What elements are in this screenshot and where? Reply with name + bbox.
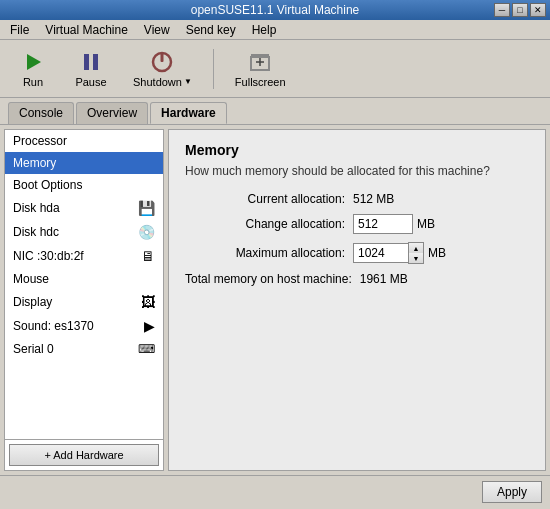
spin-down-button[interactable]: ▼ — [409, 253, 423, 263]
shutdown-dropdown-icon[interactable]: ▼ — [184, 77, 192, 86]
tab-overview[interactable]: Overview — [76, 102, 148, 124]
sidebar-item-memory[interactable]: Memory — [5, 152, 163, 174]
svg-rect-4 — [161, 53, 164, 62]
close-button[interactable]: ✕ — [530, 3, 546, 17]
svg-marker-0 — [27, 54, 41, 70]
sidebar-item-serial[interactable]: Serial 0 ⌨ — [5, 338, 163, 360]
total-memory-label: Total memory on host machine: — [185, 272, 352, 286]
toolbar-separator — [213, 49, 214, 89]
add-hardware-button[interactable]: + Add Hardware — [9, 444, 159, 466]
sidebar-item-display[interactable]: Display 🖼 — [5, 290, 163, 314]
run-icon — [21, 50, 45, 74]
sidebar-label-memory: Memory — [13, 156, 56, 170]
change-allocation-input[interactable] — [353, 214, 413, 234]
svg-rect-2 — [93, 54, 98, 70]
sidebar-item-mouse[interactable]: Mouse — [5, 268, 163, 290]
sidebar-item-processor[interactable]: Processor — [5, 130, 163, 152]
pause-button[interactable]: Pause — [66, 44, 116, 94]
window-controls: ─ □ ✕ — [494, 3, 546, 17]
fullscreen-button[interactable]: Fullscreen — [226, 44, 295, 94]
max-allocation-unit: MB — [428, 246, 446, 260]
spin-up-button[interactable]: ▲ — [409, 243, 423, 253]
spin-buttons: ▲ ▼ — [408, 242, 424, 264]
fullscreen-label: Fullscreen — [235, 76, 286, 88]
change-allocation-unit: MB — [417, 217, 435, 231]
menu-view[interactable]: View — [138, 22, 176, 38]
max-allocation-spinner: ▲ ▼ — [353, 242, 424, 264]
sidebar-label-mouse: Mouse — [13, 272, 49, 286]
menu-file[interactable]: File — [4, 22, 35, 38]
shutdown-label: Shutdown — [133, 76, 182, 88]
sidebar-item-disk-hdc[interactable]: Disk hdc 💿 — [5, 220, 163, 244]
sidebar-label-disk-hdc: Disk hdc — [13, 225, 132, 239]
bottom-bar: Apply — [0, 475, 550, 507]
title-bar: openSUSE11.1 Virtual Machine ─ □ ✕ — [0, 0, 550, 20]
max-allocation-label: Maximum allocation: — [185, 246, 345, 260]
sidebar-item-sound[interactable]: Sound: es1370 ▶ — [5, 314, 163, 338]
sidebar-label-nic: NIC :30:db:2f — [13, 249, 135, 263]
content-panel: Memory How much memory should be allocat… — [168, 129, 546, 471]
sidebar-label-sound: Sound: es1370 — [13, 319, 138, 333]
svg-rect-6 — [251, 54, 269, 57]
sidebar-footer: + Add Hardware — [5, 439, 163, 470]
shutdown-button[interactable]: Shutdown ▼ — [124, 44, 201, 94]
svg-rect-1 — [84, 54, 89, 70]
shutdown-icon — [150, 50, 174, 74]
sidebar-label-processor: Processor — [13, 134, 67, 148]
window-title: openSUSE11.1 Virtual Machine — [191, 3, 360, 17]
pause-icon — [79, 50, 103, 74]
sidebar-item-disk-hda[interactable]: Disk hda 💾 — [5, 196, 163, 220]
display-icon: 🖼 — [141, 294, 155, 310]
current-allocation-value: 512 MB — [353, 192, 394, 206]
total-memory-value: 1961 MB — [360, 272, 408, 286]
sidebar-item-boot-options[interactable]: Boot Options — [5, 174, 163, 196]
sidebar-label-boot-options: Boot Options — [13, 178, 82, 192]
menu-help[interactable]: Help — [246, 22, 283, 38]
sidebar-label-serial: Serial 0 — [13, 342, 132, 356]
sidebar: Processor Memory Boot Options Disk hda 💾… — [4, 129, 164, 471]
total-memory-row: Total memory on host machine: 1961 MB — [185, 272, 529, 286]
apply-button[interactable]: Apply — [482, 481, 542, 503]
change-allocation-label: Change allocation: — [185, 217, 345, 231]
menu-virtual-machine[interactable]: Virtual Machine — [39, 22, 134, 38]
current-allocation-label: Current allocation: — [185, 192, 345, 206]
sidebar-label-disk-hda: Disk hda — [13, 201, 132, 215]
menu-bar: File Virtual Machine View Send key Help — [0, 20, 550, 40]
pause-label: Pause — [75, 76, 106, 88]
run-label: Run — [23, 76, 43, 88]
tab-bar: Console Overview Hardware — [0, 98, 550, 124]
tab-console[interactable]: Console — [8, 102, 74, 124]
menu-send-key[interactable]: Send key — [180, 22, 242, 38]
nic-icon: 🖥 — [141, 248, 155, 264]
current-allocation-row: Current allocation: 512 MB — [185, 192, 529, 206]
main-content: Processor Memory Boot Options Disk hda 💾… — [0, 124, 550, 475]
sidebar-item-nic[interactable]: NIC :30:db:2f 🖥 — [5, 244, 163, 268]
toolbar: Run Pause Shutdown ▼ — [0, 40, 550, 98]
sound-icon: ▶ — [144, 318, 155, 334]
max-allocation-input[interactable] — [353, 243, 408, 263]
minimize-button[interactable]: ─ — [494, 3, 510, 17]
serial-icon: ⌨ — [138, 342, 155, 356]
disk-hda-icon: 💾 — [138, 200, 155, 216]
sidebar-label-display: Display — [13, 295, 135, 309]
tab-hardware[interactable]: Hardware — [150, 102, 227, 124]
content-subtitle: How much memory should be allocated for … — [185, 164, 529, 178]
fullscreen-icon — [248, 50, 272, 74]
change-allocation-row: Change allocation: MB — [185, 214, 529, 234]
disk-hdc-icon: 💿 — [138, 224, 155, 240]
run-button[interactable]: Run — [8, 44, 58, 94]
maximize-button[interactable]: □ — [512, 3, 528, 17]
max-allocation-row: Maximum allocation: ▲ ▼ MB — [185, 242, 529, 264]
content-title: Memory — [185, 142, 529, 158]
